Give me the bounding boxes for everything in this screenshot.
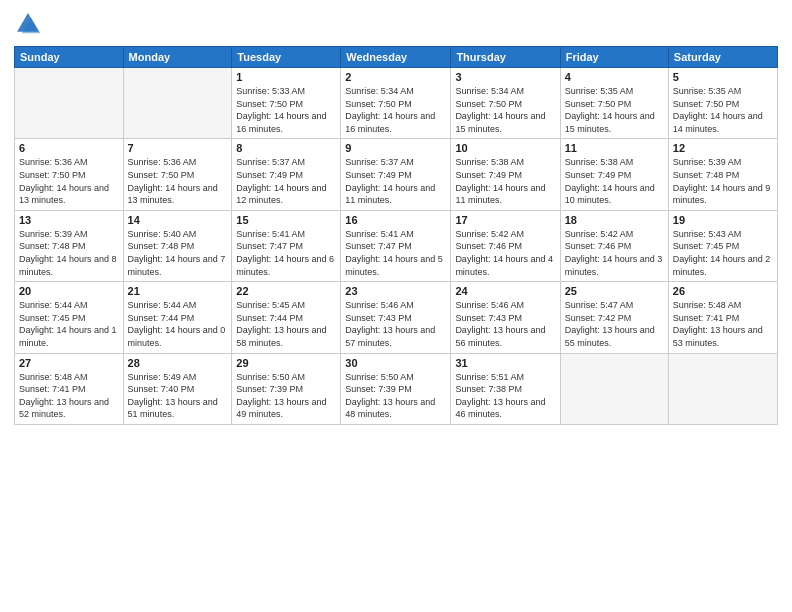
day-number: 12 (673, 142, 773, 154)
day-detail: Sunrise: 5:46 AM Sunset: 7:43 PM Dayligh… (455, 299, 555, 349)
calendar-cell: 29Sunrise: 5:50 AM Sunset: 7:39 PM Dayli… (232, 353, 341, 424)
calendar-cell: 12Sunrise: 5:39 AM Sunset: 7:48 PM Dayli… (668, 139, 777, 210)
calendar-cell: 25Sunrise: 5:47 AM Sunset: 7:42 PM Dayli… (560, 282, 668, 353)
day-number: 6 (19, 142, 119, 154)
calendar-cell: 13Sunrise: 5:39 AM Sunset: 7:48 PM Dayli… (15, 210, 124, 281)
weekday-header: Wednesday (341, 47, 451, 68)
day-detail: Sunrise: 5:35 AM Sunset: 7:50 PM Dayligh… (565, 85, 664, 135)
calendar-cell (668, 353, 777, 424)
weekday-header: Tuesday (232, 47, 341, 68)
calendar-cell: 19Sunrise: 5:43 AM Sunset: 7:45 PM Dayli… (668, 210, 777, 281)
header (14, 10, 778, 38)
day-detail: Sunrise: 5:38 AM Sunset: 7:49 PM Dayligh… (455, 156, 555, 206)
calendar-cell: 31Sunrise: 5:51 AM Sunset: 7:38 PM Dayli… (451, 353, 560, 424)
calendar-cell: 11Sunrise: 5:38 AM Sunset: 7:49 PM Dayli… (560, 139, 668, 210)
calendar-cell: 7Sunrise: 5:36 AM Sunset: 7:50 PM Daylig… (123, 139, 232, 210)
day-number: 18 (565, 214, 664, 226)
day-detail: Sunrise: 5:46 AM Sunset: 7:43 PM Dayligh… (345, 299, 446, 349)
day-detail: Sunrise: 5:40 AM Sunset: 7:48 PM Dayligh… (128, 228, 228, 278)
calendar-cell: 24Sunrise: 5:46 AM Sunset: 7:43 PM Dayli… (451, 282, 560, 353)
calendar-week-row: 20Sunrise: 5:44 AM Sunset: 7:45 PM Dayli… (15, 282, 778, 353)
calendar-cell: 1Sunrise: 5:33 AM Sunset: 7:50 PM Daylig… (232, 68, 341, 139)
day-number: 20 (19, 285, 119, 297)
day-detail: Sunrise: 5:35 AM Sunset: 7:50 PM Dayligh… (673, 85, 773, 135)
calendar-cell (560, 353, 668, 424)
day-detail: Sunrise: 5:47 AM Sunset: 7:42 PM Dayligh… (565, 299, 664, 349)
calendar-cell: 20Sunrise: 5:44 AM Sunset: 7:45 PM Dayli… (15, 282, 124, 353)
day-number: 24 (455, 285, 555, 297)
calendar-cell: 26Sunrise: 5:48 AM Sunset: 7:41 PM Dayli… (668, 282, 777, 353)
day-number: 27 (19, 357, 119, 369)
calendar-cell: 14Sunrise: 5:40 AM Sunset: 7:48 PM Dayli… (123, 210, 232, 281)
day-number: 14 (128, 214, 228, 226)
calendar-cell (15, 68, 124, 139)
calendar-cell: 17Sunrise: 5:42 AM Sunset: 7:46 PM Dayli… (451, 210, 560, 281)
day-number: 3 (455, 71, 555, 83)
day-number: 7 (128, 142, 228, 154)
day-detail: Sunrise: 5:43 AM Sunset: 7:45 PM Dayligh… (673, 228, 773, 278)
calendar-cell: 23Sunrise: 5:46 AM Sunset: 7:43 PM Dayli… (341, 282, 451, 353)
day-detail: Sunrise: 5:39 AM Sunset: 7:48 PM Dayligh… (19, 228, 119, 278)
weekday-header: Friday (560, 47, 668, 68)
calendar-header-row: SundayMondayTuesdayWednesdayThursdayFrid… (15, 47, 778, 68)
day-number: 13 (19, 214, 119, 226)
calendar-cell: 6Sunrise: 5:36 AM Sunset: 7:50 PM Daylig… (15, 139, 124, 210)
day-detail: Sunrise: 5:50 AM Sunset: 7:39 PM Dayligh… (236, 371, 336, 421)
weekday-header: Sunday (15, 47, 124, 68)
calendar-cell: 27Sunrise: 5:48 AM Sunset: 7:41 PM Dayli… (15, 353, 124, 424)
calendar-week-row: 6Sunrise: 5:36 AM Sunset: 7:50 PM Daylig… (15, 139, 778, 210)
page: SundayMondayTuesdayWednesdayThursdayFrid… (0, 0, 792, 612)
day-detail: Sunrise: 5:49 AM Sunset: 7:40 PM Dayligh… (128, 371, 228, 421)
weekday-header: Monday (123, 47, 232, 68)
calendar-cell: 28Sunrise: 5:49 AM Sunset: 7:40 PM Dayli… (123, 353, 232, 424)
calendar-week-row: 13Sunrise: 5:39 AM Sunset: 7:48 PM Dayli… (15, 210, 778, 281)
day-number: 28 (128, 357, 228, 369)
calendar-cell: 10Sunrise: 5:38 AM Sunset: 7:49 PM Dayli… (451, 139, 560, 210)
day-detail: Sunrise: 5:42 AM Sunset: 7:46 PM Dayligh… (455, 228, 555, 278)
day-number: 17 (455, 214, 555, 226)
calendar-cell: 3Sunrise: 5:34 AM Sunset: 7:50 PM Daylig… (451, 68, 560, 139)
day-detail: Sunrise: 5:44 AM Sunset: 7:44 PM Dayligh… (128, 299, 228, 349)
day-detail: Sunrise: 5:36 AM Sunset: 7:50 PM Dayligh… (128, 156, 228, 206)
day-detail: Sunrise: 5:42 AM Sunset: 7:46 PM Dayligh… (565, 228, 664, 278)
weekday-header: Saturday (668, 47, 777, 68)
day-number: 8 (236, 142, 336, 154)
day-detail: Sunrise: 5:34 AM Sunset: 7:50 PM Dayligh… (345, 85, 446, 135)
day-detail: Sunrise: 5:36 AM Sunset: 7:50 PM Dayligh… (19, 156, 119, 206)
day-number: 30 (345, 357, 446, 369)
calendar-week-row: 1Sunrise: 5:33 AM Sunset: 7:50 PM Daylig… (15, 68, 778, 139)
calendar-week-row: 27Sunrise: 5:48 AM Sunset: 7:41 PM Dayli… (15, 353, 778, 424)
day-number: 2 (345, 71, 446, 83)
calendar-cell: 30Sunrise: 5:50 AM Sunset: 7:39 PM Dayli… (341, 353, 451, 424)
day-number: 21 (128, 285, 228, 297)
day-detail: Sunrise: 5:38 AM Sunset: 7:49 PM Dayligh… (565, 156, 664, 206)
calendar-cell: 15Sunrise: 5:41 AM Sunset: 7:47 PM Dayli… (232, 210, 341, 281)
day-detail: Sunrise: 5:33 AM Sunset: 7:50 PM Dayligh… (236, 85, 336, 135)
day-detail: Sunrise: 5:50 AM Sunset: 7:39 PM Dayligh… (345, 371, 446, 421)
day-number: 15 (236, 214, 336, 226)
logo (14, 10, 47, 38)
day-number: 10 (455, 142, 555, 154)
day-detail: Sunrise: 5:41 AM Sunset: 7:47 PM Dayligh… (345, 228, 446, 278)
day-detail: Sunrise: 5:45 AM Sunset: 7:44 PM Dayligh… (236, 299, 336, 349)
day-detail: Sunrise: 5:37 AM Sunset: 7:49 PM Dayligh… (236, 156, 336, 206)
day-number: 26 (673, 285, 773, 297)
calendar-cell: 16Sunrise: 5:41 AM Sunset: 7:47 PM Dayli… (341, 210, 451, 281)
day-detail: Sunrise: 5:51 AM Sunset: 7:38 PM Dayligh… (455, 371, 555, 421)
day-detail: Sunrise: 5:39 AM Sunset: 7:48 PM Dayligh… (673, 156, 773, 206)
day-detail: Sunrise: 5:41 AM Sunset: 7:47 PM Dayligh… (236, 228, 336, 278)
day-number: 9 (345, 142, 446, 154)
day-number: 19 (673, 214, 773, 226)
day-number: 4 (565, 71, 664, 83)
day-number: 16 (345, 214, 446, 226)
day-number: 1 (236, 71, 336, 83)
day-number: 23 (345, 285, 446, 297)
calendar: SundayMondayTuesdayWednesdayThursdayFrid… (14, 46, 778, 425)
calendar-cell: 2Sunrise: 5:34 AM Sunset: 7:50 PM Daylig… (341, 68, 451, 139)
calendar-cell: 8Sunrise: 5:37 AM Sunset: 7:49 PM Daylig… (232, 139, 341, 210)
calendar-cell: 4Sunrise: 5:35 AM Sunset: 7:50 PM Daylig… (560, 68, 668, 139)
calendar-cell: 5Sunrise: 5:35 AM Sunset: 7:50 PM Daylig… (668, 68, 777, 139)
day-number: 22 (236, 285, 336, 297)
day-number: 31 (455, 357, 555, 369)
day-detail: Sunrise: 5:48 AM Sunset: 7:41 PM Dayligh… (673, 299, 773, 349)
